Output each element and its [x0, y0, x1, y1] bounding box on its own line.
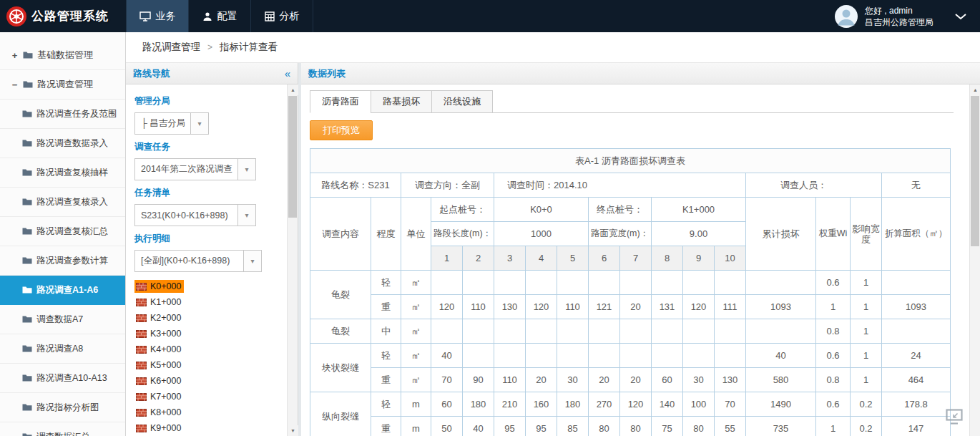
combobox-value: ├ 昌吉分局: [135, 117, 190, 130]
tree-item-k0000[interactable]: K0+000: [134, 278, 287, 294]
chevron-down-icon[interactable]: ▾: [190, 113, 208, 134]
road-segment-icon: [136, 299, 147, 306]
main-scrollbar-thumb[interactable]: [971, 96, 979, 246]
value-cell: 110: [463, 295, 494, 319]
chevron-down-icon[interactable]: ▾: [237, 205, 255, 226]
sidebar-item-survey-task-scope[interactable]: 路况调查任务及范围: [0, 100, 125, 129]
tree-item-k2000[interactable]: K2+000: [134, 310, 287, 326]
folder-icon: [22, 110, 32, 118]
scroll-up-icon[interactable]: ▲: [288, 84, 298, 95]
top-nav-label: 配置: [217, 10, 237, 23]
route-nav-header: 路线导航 «: [126, 63, 298, 84]
sidebar-item-survey-a10-a13[interactable]: 路况调查A10-A13: [0, 364, 125, 393]
impact-cell: 1: [851, 368, 882, 392]
sidebar-item-review-summary[interactable]: 路况调查复核汇总: [0, 217, 125, 246]
folder-icon: [22, 227, 32, 236]
sidebar-item-basic-data[interactable]: +基础数据管理: [0, 41, 125, 70]
tree-item-k3000[interactable]: K3+000: [134, 326, 287, 341]
top-nav-business[interactable]: 业务: [126, 0, 188, 32]
value-cell: [715, 271, 746, 295]
sidebar-item-survey-summary[interactable]: 调查数据汇总: [0, 422, 125, 436]
value-cell: [652, 271, 683, 295]
total-cell: 1490: [746, 392, 816, 417]
sidebar-item-survey-a8[interactable]: 路况调查A8: [0, 334, 125, 364]
table-row: 纵向裂缝轻m601802101601802701201401007014900.…: [310, 392, 951, 417]
weight-cell: 1: [816, 417, 851, 436]
tree-item-label: K0+000: [150, 281, 181, 291]
tree-item-k6000[interactable]: K6+000: [134, 373, 287, 389]
sidebar-item-survey-a1-a6[interactable]: 路况调查A1-A6: [0, 276, 125, 305]
expander-icon[interactable]: +: [11, 50, 19, 61]
sidebar-item-label: 路况调查复核汇总: [36, 226, 108, 238]
sidebar-item-review-entry[interactable]: 路况调查复核录入: [0, 188, 125, 217]
total-cell: 735: [746, 417, 816, 436]
screenshot-icon[interactable]: [946, 409, 963, 427]
sidebar-item-label: 路况调查参数计算: [36, 255, 108, 267]
value-cell: 131: [652, 295, 683, 319]
tab-asphalt[interactable]: 沥青路面: [310, 90, 371, 113]
chevron-down-icon[interactable]: [954, 13, 967, 20]
road-width-label: 路面宽度(m)：: [589, 222, 652, 246]
top-nav-analysis[interactable]: 分析: [250, 0, 313, 32]
scroll-up-icon[interactable]: ▲: [970, 84, 980, 95]
road-segment-icon: [136, 425, 147, 432]
weight-cell: 0.8: [816, 368, 851, 392]
sidebar-item-param-calc[interactable]: 路况调查参数计算: [0, 246, 125, 276]
breadcrumb-item-survey-mgmt[interactable]: 路况调查管理: [142, 41, 200, 54]
chevron-down-icon[interactable]: ▾: [237, 159, 255, 180]
combobox-task[interactable]: 2014年第二次路况调查▾: [134, 158, 256, 180]
top-nav-config[interactable]: 配置: [188, 0, 250, 32]
value-cell: 110: [494, 368, 526, 392]
app-title: 公路管理系统: [31, 8, 109, 24]
tab-bar: 沥青路面路基损坏沿线设施: [310, 90, 954, 113]
unit-cell: ㎡: [401, 271, 431, 295]
nav-scrollbar-thumb[interactable]: [288, 96, 297, 218]
chevron-down-icon[interactable]: ▾: [243, 251, 261, 271]
tree-item-k1000[interactable]: K1+000: [134, 294, 287, 310]
road-segment-icon: [136, 330, 147, 338]
tree-item-k5000[interactable]: K5+000: [134, 357, 287, 373]
value-cell: [526, 344, 557, 368]
value-cell: 120: [620, 392, 652, 417]
combobox-task-list[interactable]: S231(K0+0-K16+898)▾: [134, 204, 256, 226]
tree-item-k7000[interactable]: K7+000: [134, 389, 287, 404]
scroll-down-icon[interactable]: ▼: [288, 425, 298, 436]
main-scrollbar[interactable]: ▲: [969, 84, 980, 436]
value-cell: [431, 271, 463, 295]
avatar-icon[interactable]: [834, 4, 858, 29]
direction-cell: 调查方向：全副: [401, 173, 494, 198]
combobox-detail[interactable]: [全副](K0+0-K16+898)▾: [134, 250, 262, 272]
tab-roadside[interactable]: 沿线设施: [431, 90, 493, 113]
topbar: 公路管理系统 业务配置分析 您好 , admin 昌吉州公路管理局: [0, 0, 980, 32]
tree-item-k4000[interactable]: K4+000: [134, 341, 287, 357]
value-cell: 120: [526, 295, 557, 319]
road-segment-icon: [136, 377, 147, 385]
total-cell: 580: [746, 368, 816, 392]
expander-icon[interactable]: −: [11, 79, 19, 90]
table-row: 龟裂轻㎡0.61: [310, 271, 951, 295]
degree-cell: 重: [371, 417, 401, 436]
sidebar-item-review-sampling[interactable]: 路况调查复核抽样: [0, 158, 125, 188]
sidebar-item-survey-data-a7[interactable]: 调查数据A7: [0, 305, 125, 334]
nav-scrollbar[interactable]: ▲ ▼: [287, 84, 298, 436]
impact-cell: 1: [851, 319, 882, 344]
top-nav-label: 分析: [280, 10, 300, 23]
sidebar-item-survey-mgmt[interactable]: −路况调查管理: [0, 70, 125, 100]
combobox-branch[interactable]: ├ 昌吉分局▾: [134, 112, 209, 135]
tree-item-k8000[interactable]: K8+000: [134, 404, 287, 420]
combobox-value: [全副](K0+0-K16+898): [135, 255, 243, 267]
weight-cell: 0.8: [816, 319, 851, 344]
tree-item-k9000[interactable]: K9+000: [134, 420, 287, 436]
value-cell: [526, 319, 557, 344]
value-cell: 95: [526, 417, 557, 436]
tab-roadbed[interactable]: 路基损坏: [371, 90, 432, 113]
value-cell: 60: [431, 392, 463, 417]
table-row: 重㎡70901102030202060301305800.81464: [310, 368, 951, 392]
sidebar-item-label: 路况调查A10-A13: [36, 372, 107, 384]
print-preview-button[interactable]: 打印预览: [310, 120, 373, 140]
sidebar-item-indicator-chart[interactable]: 路况指标分析图: [0, 393, 125, 422]
surveyor-value-cell: 无: [882, 173, 951, 198]
chevron-double-left-icon[interactable]: «: [285, 67, 290, 79]
value-cell: 40: [463, 417, 494, 436]
sidebar-item-survey-data-entry[interactable]: 路况调查数据录入: [0, 129, 125, 158]
